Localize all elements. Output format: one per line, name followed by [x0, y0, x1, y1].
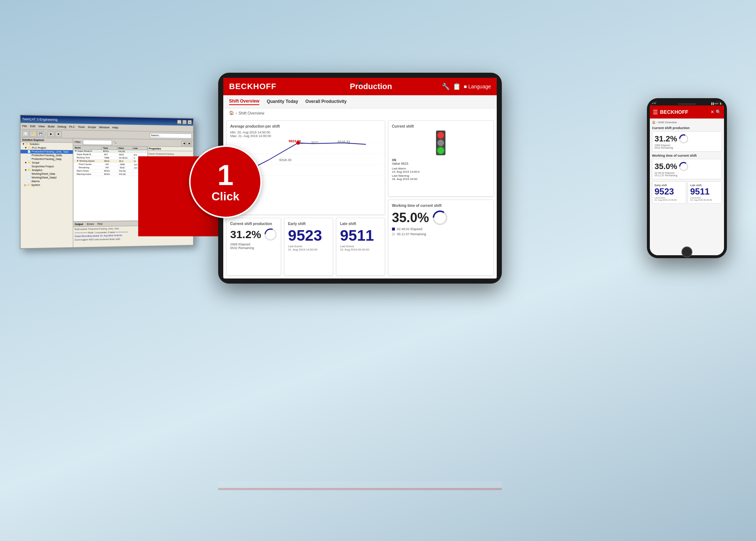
find-tab[interactable]: Find [97, 223, 103, 225]
tl-ok-label: Ok [392, 158, 396, 162]
working-time-remaining: 05:11:57 Remaining [397, 232, 426, 236]
tree-item[interactable]: ▼ 📁 Analytics [21, 168, 73, 172]
svg-text:9321: 9321 [311, 141, 319, 144]
wrench-icon[interactable]: 🔧 [442, 83, 450, 91]
traffic-light [436, 131, 445, 155]
phone-shift-remaining: 6532 Remaining [655, 147, 719, 149]
tree-item[interactable]: ▼ 📁 Scope [21, 161, 73, 165]
filter-label: Filter: [75, 141, 81, 143]
tree-item[interactable]: 📄 ScopeView Project [21, 165, 73, 169]
current-shift-right-title: Current shift [392, 124, 490, 128]
early-shift-event-label: Last Event: [288, 245, 329, 248]
menu-view[interactable]: View [38, 125, 45, 128]
phone-late-shift-label: Late shift [690, 184, 719, 187]
toolbar-open[interactable]: 📂 [30, 131, 37, 137]
phone-device: 9:41 ▐▐ WiFi 🔋 ☰ BECKHOFF ✕ 🔍 🏠 › Shift … [647, 98, 727, 258]
tree-item[interactable]: 📄 WorkingSheet_Data2 [21, 176, 73, 180]
phone-breadcrumb: 🏠 › Shift Overview [652, 121, 722, 124]
phone-content: 🏠 › Shift Overview Current shift product… [650, 119, 724, 248]
early-shift-value: 9523 [288, 228, 329, 243]
tl-yellow-light [437, 140, 444, 146]
phone-physical-home[interactable] [681, 247, 692, 257]
phone-shift-elapsed: 2969 Elapsed [655, 144, 719, 147]
late-shift-event-date: 22. Aug 2019 00:00:00 [340, 248, 381, 251]
menu-debug[interactable]: Debug [57, 125, 66, 129]
tree-item[interactable]: 📄 WorkingSheet_Data [21, 172, 73, 176]
tablet-page-title: Production [300, 82, 442, 91]
tl-value: 9523 [401, 162, 408, 165]
tree-item[interactable]: 📄 Alarms [21, 180, 73, 183]
shift-cards-row: Current shift production 31.2% 2968 Elap… [226, 218, 385, 276]
working-time-elapsed: 02:48:02 Elapsed [397, 227, 422, 231]
phone-header: ☰ BECKHOFF ✕ 🔍 [650, 105, 724, 119]
tablet-right-col: Current shift Ok Value 9523 Last A [388, 120, 494, 276]
current-shift-pct: 31.2% [230, 228, 261, 241]
phone-working-remaining: 05:11:57 Remaining [655, 174, 719, 177]
phone-working-time-card: 35.0% 02:48:02 Elapsed 05:11:57 Remainin… [652, 159, 722, 179]
phone-close-icon[interactable]: ✕ [711, 109, 714, 115]
doc-icon[interactable]: 📋 [453, 83, 461, 91]
nav-shift-overview[interactable]: Shift Overview [229, 99, 259, 105]
tl-red-light [437, 132, 444, 139]
nav-quantity-today[interactable]: Quantity Today [267, 99, 298, 105]
late-shift-title: Late shift [340, 222, 381, 226]
tl-last-warning-date: 16. Aug 2019 16:00: [392, 177, 490, 181]
toolbar-stop[interactable]: ■ [55, 131, 61, 137]
tablet-nav: Shift Overview Quantity Today Overall Pr… [223, 95, 497, 108]
phone-working-time-title: Working time of current shift [652, 154, 722, 157]
avg-date-to: Max: 21. Aug 2019 14:00:00 [230, 134, 381, 138]
menu-help[interactable]: Help [112, 126, 118, 129]
one-click-circle: 1 Click [189, 145, 262, 218]
toolbar-run[interactable]: ▶ [48, 131, 55, 137]
current-shift-right-card: Current shift Ok Value 9523 Last A [388, 120, 494, 197]
toolbar-save[interactable]: 💾 [37, 131, 44, 137]
phone-home-icon[interactable]: 🏠 [652, 121, 656, 124]
phone-search-icon[interactable]: 🔍 [716, 109, 721, 115]
tablet-header: BECKHOFF Production 🔧 📋 ■ Language [223, 78, 497, 95]
one-number: 1 [217, 161, 234, 190]
phone-late-shift-event: Last Event: 22. Aug 2019 00:00:00 [690, 197, 719, 201]
language-selector[interactable]: ■ Language [464, 84, 491, 89]
toolbar-new[interactable]: 📄 [22, 131, 29, 137]
phone-shift-row: Early shift 9523 Last Event: 21. Aug 201… [652, 181, 722, 204]
menu-file[interactable]: File [22, 124, 27, 128]
tree-item[interactable]: ▷ 📁 System [21, 183, 73, 187]
tl-green-light [437, 147, 444, 154]
phone-late-shift-num: 9511 [690, 187, 719, 197]
phone-early-shift-label: Early shift [655, 184, 684, 187]
avg-date-from: Min: 20. Aug 2019 14:00:00 [230, 131, 381, 134]
errors-tab[interactable]: Errors [87, 223, 94, 225]
tl-last-alarm-label: Last Alarm: [392, 167, 490, 170]
menu-window[interactable]: Window [99, 126, 109, 129]
menu-scope[interactable]: Scope [88, 125, 96, 129]
phone-early-shift-card: Early shift 9523 Last Event: 21. Aug 201… [652, 181, 686, 204]
menu-edit[interactable]: Edit [30, 124, 35, 128]
phone-current-shift-prod-title: Current shift production [652, 126, 722, 130]
phone-late-shift-card: Late shift 9511 Last Event: 22. Aug 2019… [688, 181, 722, 204]
filter-input[interactable] [83, 140, 112, 145]
phone-working-pie [679, 161, 689, 172]
phone-brand: BECKHOFF [660, 109, 711, 115]
phone-menu-icon[interactable]: ☰ [653, 109, 658, 116]
phone-working-elapsed: 02:48:02 Elapsed [655, 172, 719, 174]
tl-last-alarm-date: 14. Aug 2019 14:00:0 [392, 170, 490, 173]
current-shift-prod-card: Current shift production 31.2% 2968 Elap… [226, 218, 281, 276]
menu-tools[interactable]: Tools [78, 125, 85, 129]
current-shift-prod-title: Current shift production [230, 222, 277, 226]
home-icon[interactable]: 🏠 [229, 111, 234, 115]
menu-plc[interactable]: PLC [69, 125, 75, 128]
phone-early-shift-event: Last Event: 21. Aug 2019 14:00:00 [655, 197, 684, 201]
col-type: Type [102, 147, 117, 149]
working-time-card: Working time of current shift 35.0% 02:4… [388, 200, 494, 276]
nav-overall-productivity[interactable]: Overall Productivity [305, 99, 347, 105]
phone-breadcrumb-text: Shift Overview [658, 121, 677, 124]
search-btn[interactable]: 🔍 [113, 141, 116, 144]
avg-prod-title: Average production per shift [230, 124, 381, 128]
menu-build[interactable]: Build [48, 125, 54, 128]
output-tab[interactable]: Output [75, 223, 83, 225]
phone-shift-pct: 31.2% [655, 134, 677, 144]
tablet-screen: BECKHOFF Production 🔧 📋 ■ Language Shift… [223, 78, 497, 278]
early-shift-title: Early shift [288, 222, 329, 226]
svg-text:9623.00: 9623.00 [289, 139, 301, 143]
col-name: Name [73, 146, 102, 149]
